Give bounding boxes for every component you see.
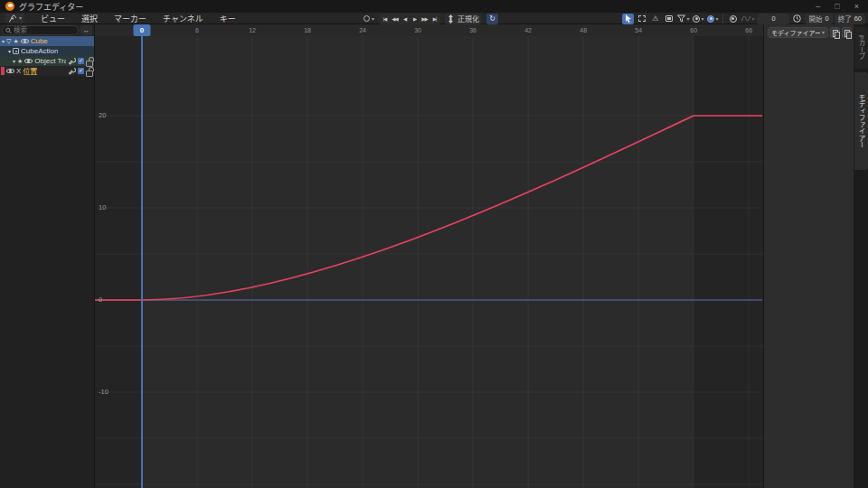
proportional-edit-dropdown[interactable]: ▾ (706, 14, 719, 24)
add-modifier-label: モディファイアーを追加 (771, 28, 820, 37)
transport-button-3[interactable]: ▶ (410, 16, 420, 22)
editor-type-dropdown[interactable]: ▾ (5, 14, 24, 23)
pivot-point-dropdown[interactable]: ▾ (692, 14, 704, 24)
value-label: 10 (99, 203, 106, 211)
cursor-arrow-icon (625, 14, 632, 23)
channel-row-group[interactable]: ▾ ★ Object Transforms ✓ (0, 56, 94, 66)
channel-row-action[interactable]: ▾ CubeAction (0, 46, 94, 56)
search-input-box[interactable] (2, 25, 79, 35)
ruler-tick: 42 (524, 27, 532, 33)
fcurve-property: 位置 (23, 66, 37, 76)
current-frame-field[interactable]: 0 (757, 14, 789, 24)
timeline-ruler[interactable]: 612182430364248546066 0 (95, 24, 763, 36)
ruler-tick: 12 (249, 27, 256, 33)
value-label: 20 (99, 111, 106, 119)
channel-enable-checkbox[interactable]: ✓ (78, 68, 84, 74)
minimize-button[interactable]: – (816, 2, 820, 11)
value-label: -10 (99, 388, 108, 396)
fcurve-axis: X (16, 67, 21, 75)
value-label: 0 (99, 296, 102, 304)
menu-channel[interactable]: チャンネル (163, 13, 203, 24)
channel-region: ↔ ▾ ▽ ★ Cube ▾ CubeAction ▾ ★ Object Tra… (0, 24, 95, 488)
chevron-down-icon: ▾ (19, 15, 22, 21)
transport-controls: |◀◀◀◀▶▶▶▶| (379, 14, 440, 24)
collapse-icon[interactable]: ▾ (8, 49, 11, 54)
filter-expand-button[interactable]: ↔ (80, 25, 92, 35)
graph-area[interactable]: 20100-10 (95, 36, 763, 488)
normalize-icon[interactable] (447, 14, 455, 23)
show-errors-toggle[interactable]: ⚠ (649, 14, 661, 24)
falloff-dropdown[interactable]: ▾ (741, 14, 755, 24)
action-icon (13, 48, 19, 54)
eye-visibility-icon[interactable] (24, 59, 33, 63)
ruler-tick: 6 (195, 27, 199, 33)
channel-enable-checkbox[interactable]: ✓ (78, 58, 84, 64)
channel-search-row: ↔ (0, 24, 94, 36)
ruler-tick: 66 (745, 27, 752, 33)
paste-modifiers-button[interactable] (842, 27, 852, 38)
start-value: 0 (825, 14, 828, 23)
marker-region-icon (665, 15, 673, 22)
show-hidden-toggle[interactable] (636, 14, 647, 24)
search-input[interactable] (14, 26, 75, 34)
collapse-icon[interactable]: ▾ (2, 39, 5, 44)
normalize-group: 正規化 (445, 14, 481, 24)
lock-icon[interactable] (86, 57, 92, 65)
dashed-box-icon (638, 15, 646, 22)
wrench-icon (68, 57, 76, 65)
filter-dropdown[interactable]: ▾ (676, 14, 690, 24)
eye-visibility-icon[interactable] (21, 39, 29, 43)
clock-icon (793, 14, 801, 23)
copy-modifiers-button[interactable] (830, 27, 840, 38)
snap-toggle[interactable] (727, 14, 739, 24)
end-label: 終了 (838, 14, 852, 23)
channel-color-swatch (1, 67, 5, 75)
menu-view[interactable]: ビュー (41, 13, 65, 24)
add-modifier-button[interactable]: モディファイアーを追加 ▾ (768, 27, 828, 38)
channel-row-fcurve[interactable]: X 位置 ✓ (0, 66, 94, 76)
chevron-down-icon: ▾ (715, 16, 718, 22)
menu-key[interactable]: キー (220, 13, 236, 24)
keying-set-dropdown[interactable]: ▾ (363, 15, 374, 22)
blender-logo-icon (5, 2, 14, 11)
maximize-button[interactable]: □ (835, 2, 839, 11)
eye-visibility-icon[interactable] (6, 69, 14, 73)
channel-row-object[interactable]: ▾ ▽ ★ Cube (0, 36, 94, 46)
ruler-tick: 36 (469, 27, 476, 33)
ruler-tick: 18 (304, 27, 311, 33)
chevron-down-icon: ▾ (751, 16, 754, 22)
playback-controls: ▾ |◀◀◀◀▶▶▶▶| 正規化 ↻ (363, 13, 498, 24)
object-name: Cube (31, 37, 48, 45)
mesh-object-icon: ▽ (6, 38, 11, 44)
sidebar-tabstrip: Fカーブ モディファイアー (854, 24, 868, 488)
fcurve-plot (95, 36, 763, 488)
range-end-field[interactable]: 終了 60 (835, 14, 865, 24)
current-frame-badge[interactable]: 0 (134, 24, 151, 36)
tab-modifiers[interactable]: モディファイアー (854, 72, 868, 170)
only-selected-toggle[interactable] (622, 14, 634, 24)
ruler-tick: 48 (580, 27, 587, 33)
auto-normalize-refresh-button[interactable]: ↻ (486, 14, 498, 24)
range-start-field[interactable]: 開始 0 (805, 14, 832, 24)
collapse-icon[interactable]: ▾ (13, 59, 15, 64)
transport-button-4[interactable]: ▶▶ (420, 16, 429, 22)
end-value: 60 (854, 14, 862, 23)
graph-editor-icon (8, 14, 17, 23)
snap-icon (730, 15, 737, 23)
tab-fcurve[interactable]: Fカーブ (854, 27, 868, 69)
show-markers-toggle[interactable] (663, 14, 675, 24)
menu-marker[interactable]: マーカー (114, 13, 146, 24)
ruler-tick: 54 (635, 27, 642, 33)
keying-circle-icon (363, 15, 370, 22)
normalize-toggle[interactable]: 正規化 (458, 14, 479, 23)
transport-button-5[interactable]: ▶| (429, 16, 439, 22)
close-button[interactable]: × (854, 2, 859, 11)
lock-icon[interactable] (86, 67, 92, 75)
menu-select[interactable]: 選択 (81, 13, 98, 24)
wrench-icon (68, 67, 76, 75)
transport-button-2[interactable]: ◀ (400, 16, 410, 22)
auto-snap-button[interactable] (791, 14, 803, 24)
chevron-down-icon: ▾ (372, 16, 374, 22)
transport-button-1[interactable]: ◀◀ (390, 16, 400, 22)
transport-button-0[interactable]: |◀ (380, 16, 390, 22)
